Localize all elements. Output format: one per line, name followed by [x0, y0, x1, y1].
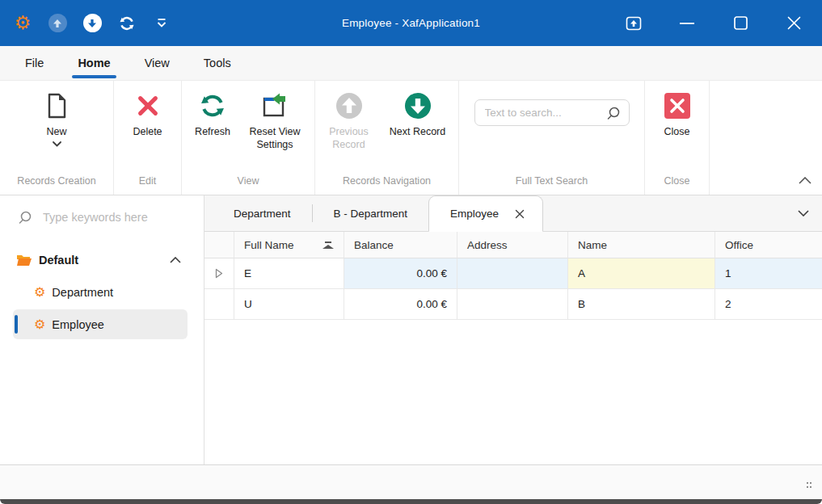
- nav-group-default[interactable]: Default: [0, 246, 204, 275]
- cell-name[interactable]: A: [568, 258, 715, 289]
- sidebar-item-label: Employee: [52, 318, 103, 331]
- ribbon-tab-bar: File Home View Tools: [0, 46, 822, 81]
- sidebar-item-employee[interactable]: ⚙ Employee: [13, 309, 188, 339]
- ribbon-display-options-icon[interactable]: [625, 15, 643, 32]
- tab-employee[interactable]: Employee: [428, 195, 543, 232]
- search-icon[interactable]: [606, 106, 621, 120]
- employee-grid: Full Name Balance Address Name Office E …: [204, 232, 822, 464]
- close-view-button[interactable]: Close: [649, 90, 706, 139]
- ribbon-tab-tools[interactable]: Tools: [187, 46, 248, 80]
- ribbon-group-close: Close Close: [645, 81, 710, 195]
- refresh-icon[interactable]: [117, 14, 137, 33]
- refresh-icon: [198, 90, 227, 122]
- column-header-full-name[interactable]: Full Name: [234, 232, 344, 258]
- chevron-down-icon[interactable]: [798, 210, 809, 216]
- group-label: Records Creation: [0, 172, 113, 195]
- cell-balance[interactable]: 0.00 €: [344, 258, 457, 289]
- ribbon-tab-file[interactable]: File: [8, 46, 61, 80]
- window-controls: [625, 15, 822, 32]
- ribbon-group-edit: Delete Edit: [114, 81, 182, 195]
- ribbon-group-records-navigation: Previous Record Next Record Records Navi…: [315, 81, 459, 195]
- group-label: Full Text Search: [459, 172, 644, 195]
- group-label: View: [182, 172, 314, 195]
- sort-ascending-icon: [316, 242, 334, 249]
- close-tab-icon[interactable]: [515, 209, 525, 219]
- new-document-icon: [44, 90, 70, 122]
- ribbon-group-records-creation: New Records Creation: [0, 81, 114, 195]
- ribbon-tab-view[interactable]: View: [128, 46, 187, 80]
- cell-address[interactable]: [457, 258, 568, 289]
- column-header-address[interactable]: Address: [457, 232, 568, 258]
- document-tab-bar: Department B - Department Employee: [204, 195, 822, 232]
- application-window: ⚙: [0, 0, 822, 504]
- ribbon: New Records Creation Delete Edit: [0, 81, 822, 195]
- grid-header-row: Full Name Balance Address Name Office: [204, 232, 822, 258]
- folder-icon: [16, 254, 32, 267]
- app-gear-icon[interactable]: ⚙: [13, 14, 32, 33]
- previous-record-icon: [335, 90, 364, 122]
- group-label: Records Navigation: [315, 172, 458, 195]
- table-row[interactable]: U 0.00 € B 2: [204, 289, 822, 320]
- navigation-pane: Default ⚙ Department ⚙ Employee: [0, 195, 204, 464]
- chevron-up-icon[interactable]: [170, 257, 181, 263]
- previous-record-icon[interactable]: [48, 14, 67, 33]
- gear-object-icon: ⚙: [34, 318, 45, 331]
- nav-search-row: [0, 202, 204, 233]
- group-label: Close: [645, 172, 709, 195]
- window-bottom-edge: [0, 499, 822, 504]
- row-arrow-icon: [215, 268, 223, 279]
- customize-toolbar-icon[interactable]: [152, 14, 171, 33]
- table-row[interactable]: E 0.00 € A 1: [204, 258, 822, 289]
- row-indicator-header: [204, 232, 234, 258]
- next-record-icon: [403, 90, 432, 122]
- nav-search-input[interactable]: [43, 211, 204, 224]
- group-label: Edit: [114, 172, 181, 195]
- minimize-icon[interactable]: [678, 15, 696, 32]
- search-icon: [18, 210, 32, 225]
- ribbon-group-view: Refresh Reset View Settings View: [182, 81, 315, 195]
- gear-object-icon: ⚙: [34, 286, 45, 299]
- resize-grip[interactable]: [807, 482, 816, 494]
- cell-office[interactable]: 1: [715, 258, 822, 289]
- status-bar: [0, 464, 822, 499]
- chevron-down-icon: [53, 141, 61, 147]
- delete-button[interactable]: Delete: [120, 90, 176, 139]
- maximize-icon[interactable]: [731, 15, 749, 32]
- reset-view-settings-button[interactable]: Reset View Settings: [239, 90, 310, 151]
- column-header-balance[interactable]: Balance: [344, 232, 457, 258]
- delete-x-icon: [136, 90, 160, 122]
- content-area: Department B - Department Employee: [204, 195, 822, 464]
- ribbon-spacer: [710, 81, 822, 195]
- refresh-button[interactable]: Refresh: [186, 90, 239, 139]
- main-area: Default ⚙ Department ⚙ Employee Departme…: [0, 195, 822, 464]
- close-icon[interactable]: [785, 15, 803, 32]
- new-button[interactable]: New: [28, 90, 85, 147]
- tab-b-department[interactable]: B - Department: [313, 195, 429, 231]
- cell-balance[interactable]: 0.00 €: [344, 289, 457, 320]
- cell-full-name[interactable]: E: [234, 258, 344, 289]
- full-text-search-box: [474, 99, 630, 126]
- ribbon-tab-home[interactable]: Home: [61, 46, 127, 80]
- focused-row-indicator[interactable]: [204, 258, 234, 289]
- quick-access-toolbar: ⚙: [13, 14, 171, 33]
- column-header-name[interactable]: Name: [568, 232, 715, 258]
- collapse-ribbon-icon[interactable]: [799, 173, 811, 187]
- reset-view-icon: [261, 90, 289, 122]
- tab-department[interactable]: Department: [213, 195, 312, 231]
- sidebar-item-department[interactable]: ⚙ Department: [13, 277, 188, 307]
- previous-record-button[interactable]: Previous Record: [318, 90, 380, 151]
- ribbon-group-full-text-search: Full Text Search: [459, 81, 645, 195]
- cell-office[interactable]: 2: [715, 289, 822, 320]
- title-bar: ⚙: [0, 0, 822, 46]
- next-record-icon[interactable]: [82, 14, 102, 33]
- full-text-search-input[interactable]: [485, 107, 606, 119]
- row-indicator[interactable]: [204, 289, 234, 320]
- next-record-button[interactable]: Next Record: [380, 90, 456, 139]
- close-red-icon: [664, 90, 691, 122]
- cell-address[interactable]: [457, 289, 568, 320]
- sidebar-item-label: Department: [52, 286, 113, 299]
- cell-full-name[interactable]: U: [234, 289, 344, 320]
- column-header-office[interactable]: Office: [715, 232, 822, 258]
- cell-name[interactable]: B: [568, 289, 715, 320]
